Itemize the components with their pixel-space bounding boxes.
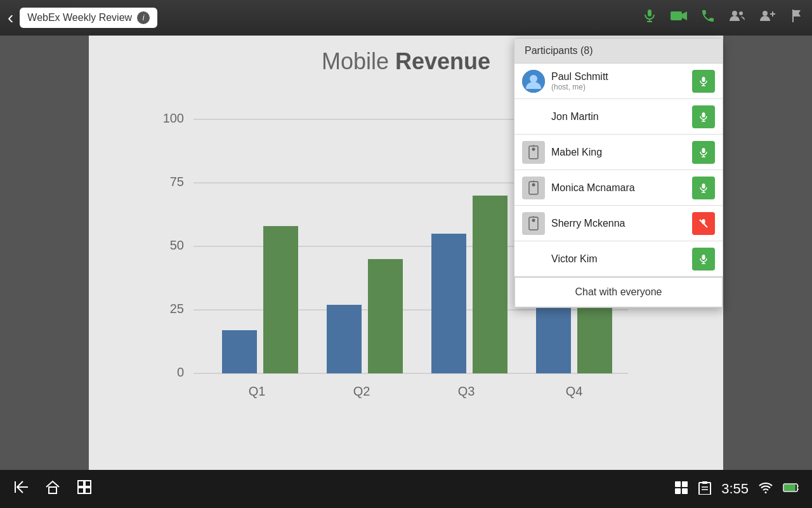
people-icon[interactable] [728, 8, 746, 27]
svg-text:50: 50 [170, 238, 184, 252]
bottom-right-status: 3:55 [674, 481, 799, 498]
svg-text:0: 0 [177, 365, 184, 379]
avatar-victor [522, 248, 545, 271]
svg-rect-69 [784, 485, 796, 491]
svg-text:75: 75 [170, 175, 184, 189]
avatar-mabel-king [522, 141, 545, 164]
avatar-jon-martin [522, 105, 545, 128]
participant-item: Jon Martin [514, 99, 723, 135]
left-sidebar [0, 36, 89, 470]
mic-icon[interactable] [642, 8, 657, 27]
participant-item: Sherry Mckenna [514, 206, 723, 241]
svg-rect-60 [682, 481, 688, 487]
clipboard-icon[interactable] [698, 481, 711, 498]
title-box: WebEx Weekly Review i [20, 8, 157, 28]
battery-icon [783, 483, 799, 496]
clock-display: 3:55 [721, 481, 749, 497]
panel-arrow [672, 38, 684, 39]
svg-rect-55 [78, 481, 84, 486]
avatar-monica [522, 177, 545, 199]
svg-rect-3 [671, 11, 682, 20]
participant-info: Mabel King [551, 147, 692, 158]
svg-rect-54 [49, 487, 56, 493]
add-person-icon[interactable] [759, 8, 776, 27]
svg-point-67 [765, 491, 767, 493]
mic-button-paul[interactable] [692, 70, 715, 93]
svg-rect-59 [675, 481, 681, 487]
svg-text:100: 100 [163, 111, 184, 125]
svg-point-5 [732, 11, 737, 16]
home-icon[interactable] [44, 479, 61, 499]
svg-rect-61 [675, 488, 681, 494]
bottom-left-icons [13, 479, 93, 499]
panel-header: Participants (8) [514, 39, 723, 64]
top-right-icons [642, 8, 804, 27]
svg-rect-58 [85, 488, 91, 493]
svg-rect-56 [85, 481, 91, 486]
right-sidebar [723, 36, 812, 470]
recents-icon[interactable] [76, 479, 93, 499]
phone-icon[interactable] [700, 8, 716, 27]
svg-point-6 [739, 11, 743, 15]
avatar-sherry [522, 212, 545, 235]
svg-point-46 [532, 218, 535, 222]
participant-name: Sherry Mckenna [551, 218, 692, 229]
meeting-title: WebEx Weekly Review [27, 12, 132, 23]
gallery-icon[interactable] [674, 481, 688, 498]
top-bar: ‹ WebEx Weekly Review i [0, 0, 812, 36]
info-icon[interactable]: i [137, 11, 150, 24]
participant-name: Monica Mcnamara [551, 182, 692, 194]
bottom-bar: 3:55 [0, 470, 812, 508]
svg-rect-50 [702, 255, 705, 260]
svg-rect-64 [702, 481, 707, 484]
participant-info: Sherry Mckenna [551, 218, 692, 229]
svg-rect-36 [702, 148, 705, 153]
mic-button-victor[interactable] [692, 248, 715, 271]
svg-rect-63 [699, 483, 710, 495]
svg-rect-27 [702, 77, 705, 82]
participant-name: Jon Martin [551, 111, 692, 123]
participant-item: Mabel King [514, 135, 723, 170]
mic-button-jon[interactable] [692, 105, 715, 128]
svg-text:Q1: Q1 [249, 384, 266, 398]
svg-text:Q4: Q4 [566, 384, 583, 398]
svg-point-26 [530, 75, 537, 83]
bar-q2-blue [327, 305, 362, 373]
participant-info: Paul Schmitt (host, me) [551, 71, 692, 91]
mic-button-sherry[interactable] [692, 212, 715, 235]
svg-point-7 [763, 11, 768, 16]
participant-info: Monica Mcnamara [551, 182, 692, 194]
flag-icon[interactable] [789, 8, 804, 27]
camera-icon[interactable] [670, 8, 688, 27]
participant-item: Paul Schmitt (host, me) [514, 64, 723, 99]
participant-role: (host, me) [551, 83, 692, 91]
participant-name: Paul Schmitt [551, 71, 692, 83]
back-nav-icon[interactable] [13, 479, 29, 499]
svg-marker-4 [682, 11, 687, 20]
svg-rect-0 [648, 10, 652, 17]
mic-button-monica[interactable] [692, 177, 715, 199]
svg-rect-57 [78, 488, 84, 493]
svg-text:Q2: Q2 [353, 384, 370, 398]
participant-info: Jon Martin [551, 111, 692, 123]
mic-button-mabel[interactable] [692, 141, 715, 164]
svg-point-34 [532, 147, 535, 150]
chat-with-everyone-button[interactable]: Chat with everyone [514, 277, 723, 307]
svg-rect-30 [702, 112, 705, 117]
participant-item: Victor Kim [514, 241, 723, 277]
svg-rect-62 [682, 488, 688, 494]
bar-q3-blue [431, 234, 466, 373]
participant-name: Victor Kim [551, 253, 692, 265]
wifi-icon [759, 482, 773, 497]
back-button[interactable]: ‹ [8, 8, 13, 28]
svg-text:Q3: Q3 [458, 384, 475, 398]
participants-panel: Participants (8) Paul Schmitt (host, me) [514, 38, 723, 308]
bar-q2-green [368, 259, 403, 373]
avatar-paul-schmitt [522, 70, 545, 93]
participant-info: Victor Kim [551, 253, 692, 265]
participant-item: Monica Mcnamara [514, 170, 723, 206]
svg-point-40 [532, 183, 535, 186]
bar-q1-blue [222, 330, 257, 373]
bar-q3-green [473, 196, 508, 373]
bar-q1-green [263, 226, 298, 373]
